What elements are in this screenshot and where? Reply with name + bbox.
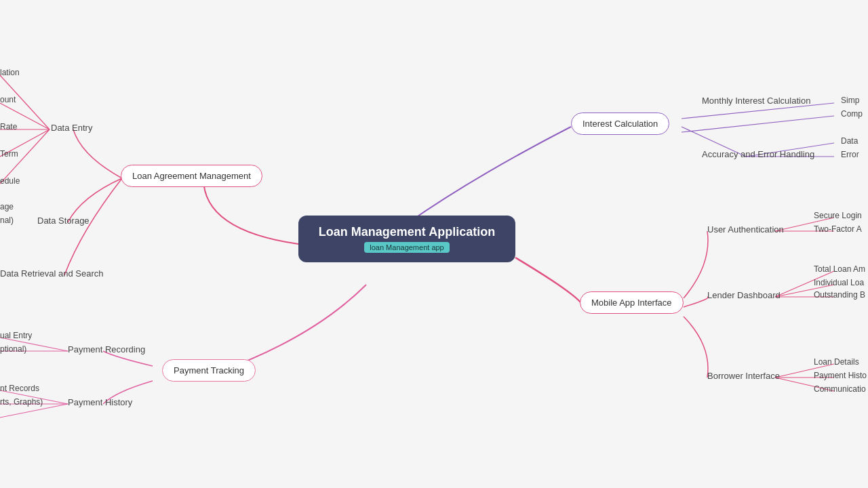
payment-history-label: Payment History xyxy=(68,397,132,407)
text-charts: rts, Graphs) xyxy=(0,397,43,407)
data-retrieval-label: Data Retrieval and Search xyxy=(0,268,103,279)
loan-details-label: Loan Details xyxy=(814,357,859,367)
text-lation: lation xyxy=(0,68,20,77)
individual-loan-label: Individual Loa xyxy=(814,278,864,287)
text-data-right: Data xyxy=(841,136,858,146)
center-node: Loan Management Application loan Managem… xyxy=(298,216,515,262)
accuracy-label: Accuracy and Error Handling xyxy=(702,149,814,159)
loan-agreement-node: Loan Agreement Management xyxy=(121,165,262,187)
mindmap-canvas: Loan Management Application loan Managem… xyxy=(0,0,868,488)
mobile-app-label: Mobile App Interface xyxy=(591,298,672,308)
text-rate: Rate xyxy=(0,122,17,131)
text-comp: Comp xyxy=(841,109,863,119)
payment-hist-label: Payment Histo xyxy=(814,371,867,380)
secure-login-label: Secure Login xyxy=(814,211,862,220)
text-nt-records: nt Records xyxy=(0,384,39,393)
outstanding-label: Outstanding B xyxy=(814,290,865,300)
two-factor-label: Two-Factor A xyxy=(814,224,862,234)
user-auth-label: User Authentication xyxy=(707,224,784,235)
text-term: Term xyxy=(0,149,18,159)
text-edule: edule xyxy=(0,176,20,186)
text-nal: nal) xyxy=(0,216,14,225)
text-age: age xyxy=(0,202,14,211)
data-entry-label: Data Entry xyxy=(51,123,92,133)
center-title: Loan Management Application xyxy=(319,225,495,239)
center-subtitle: loan Management app xyxy=(364,242,449,253)
text-ount: ount xyxy=(0,95,16,104)
borrower-interface-label: Borrower Interface xyxy=(707,371,780,381)
text-error: Error xyxy=(841,150,859,159)
interest-calc-label: Interest Calculation xyxy=(583,119,658,129)
monthly-interest-label: Monthly Interest Calculation xyxy=(702,96,810,106)
payment-recording-label: Payment Recording xyxy=(68,344,145,354)
lender-dashboard-label: Lender Dashboard xyxy=(707,290,781,300)
svg-line-6 xyxy=(682,116,834,132)
communication-label: Communicatio xyxy=(814,384,866,394)
text-simp: Simp xyxy=(841,96,859,105)
text-optional: ptional) xyxy=(0,344,26,354)
loan-agreement-label: Loan Agreement Management xyxy=(132,171,251,181)
mobile-app-node: Mobile App Interface xyxy=(580,291,684,314)
interest-calc-node: Interest Calculation xyxy=(571,113,669,135)
text-ual-entry: ual Entry xyxy=(0,331,32,340)
data-storage-label: Data Storage xyxy=(37,216,90,226)
payment-tracking-node: Payment Tracking xyxy=(162,359,256,382)
total-loan-label: Total Loan Am xyxy=(814,264,865,274)
payment-tracking-label: Payment Tracking xyxy=(174,365,244,375)
